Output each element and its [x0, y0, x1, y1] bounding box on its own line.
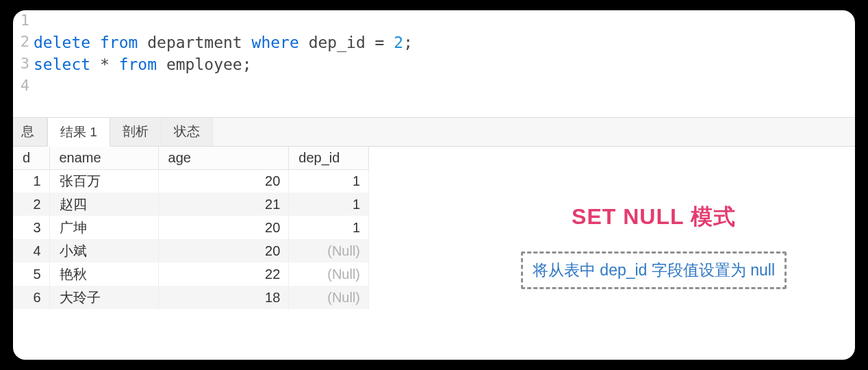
cell-dep-id[interactable]: 1	[289, 169, 369, 193]
table-row[interactable]: 2赵四211	[13, 193, 369, 216]
cell-age[interactable]: 22	[158, 262, 289, 286]
annotation-group: SET NULL 模式 将从表中 dep_id 字段值设置为 null	[521, 202, 787, 289]
cell-ename[interactable]: 大玲子	[49, 286, 158, 309]
col-header-ename[interactable]: ename	[49, 147, 158, 170]
col-header-age[interactable]: age	[158, 147, 289, 170]
cell-dep-id[interactable]: (Null)	[289, 239, 369, 262]
cell-id[interactable]: 2	[13, 193, 49, 216]
cell-id[interactable]: 3	[13, 216, 49, 239]
cell-id[interactable]: 4	[13, 239, 49, 262]
cell-ename[interactable]: 赵四	[49, 193, 158, 216]
line-number: 3	[13, 53, 34, 75]
result-tabs: 息结果 1剖析状态	[13, 117, 855, 147]
line-number: 4	[13, 75, 34, 97]
cell-dep-id[interactable]: 1	[289, 193, 369, 216]
table-row[interactable]: 4小斌20(Null)	[13, 239, 369, 262]
cell-age[interactable]: 20	[158, 239, 289, 262]
app-panel: 12delete from department where dep_id = …	[13, 10, 855, 360]
tab-剖析[interactable]: 剖析	[110, 118, 162, 146]
sql-editor[interactable]: 12delete from department where dep_id = …	[13, 10, 855, 103]
cell-ename[interactable]: 广坤	[49, 216, 158, 239]
cell-ename[interactable]: 艳秋	[49, 262, 158, 286]
annotation-note: 将从表中 dep_id 字段值设置为 null	[521, 251, 787, 289]
cell-age[interactable]: 21	[158, 193, 289, 216]
table-row[interactable]: 5艳秋22(Null)	[13, 262, 369, 286]
cell-age[interactable]: 20	[158, 169, 289, 193]
cell-age[interactable]: 20	[158, 216, 289, 239]
tab-结果 1[interactable]: 结果 1	[47, 118, 110, 147]
code-line[interactable]: 4	[13, 75, 848, 97]
cell-dep-id[interactable]: 1	[289, 216, 369, 239]
col-header-id[interactable]: d	[13, 147, 49, 170]
table-row[interactable]: 1张百万201	[13, 169, 369, 193]
cell-ename[interactable]: 小斌	[49, 239, 158, 262]
code-line[interactable]: 2delete from department where dep_id = 2…	[13, 32, 848, 53]
tab-状态[interactable]: 状态	[162, 118, 213, 146]
cell-dep-id[interactable]: (Null)	[289, 286, 369, 309]
code-line[interactable]: 3select * from employee;	[13, 53, 848, 75]
tab-息[interactable]: 息	[13, 118, 47, 146]
table-row[interactable]: 6大玲子18(Null)	[13, 286, 369, 309]
code-content[interactable]: delete from department where dep_id = 2;	[34, 32, 413, 53]
cell-id[interactable]: 5	[13, 262, 49, 286]
annotation-title: SET NULL 模式	[572, 202, 736, 232]
cell-age[interactable]: 18	[158, 286, 289, 309]
cell-id[interactable]: 6	[13, 286, 49, 309]
cell-id[interactable]: 1	[13, 169, 49, 193]
results-table: d ename age dep_id 1张百万2012赵四2113广坤2014小…	[13, 147, 369, 310]
cell-ename[interactable]: 张百万	[49, 169, 158, 193]
table-row[interactable]: 3广坤201	[13, 216, 369, 239]
line-number: 1	[13, 10, 34, 32]
code-content[interactable]: select * from employee;	[34, 53, 252, 75]
line-number: 2	[13, 32, 34, 53]
col-header-dep-id[interactable]: dep_id	[289, 147, 369, 170]
cell-dep-id[interactable]: (Null)	[289, 262, 369, 286]
code-line[interactable]: 1	[13, 10, 848, 32]
